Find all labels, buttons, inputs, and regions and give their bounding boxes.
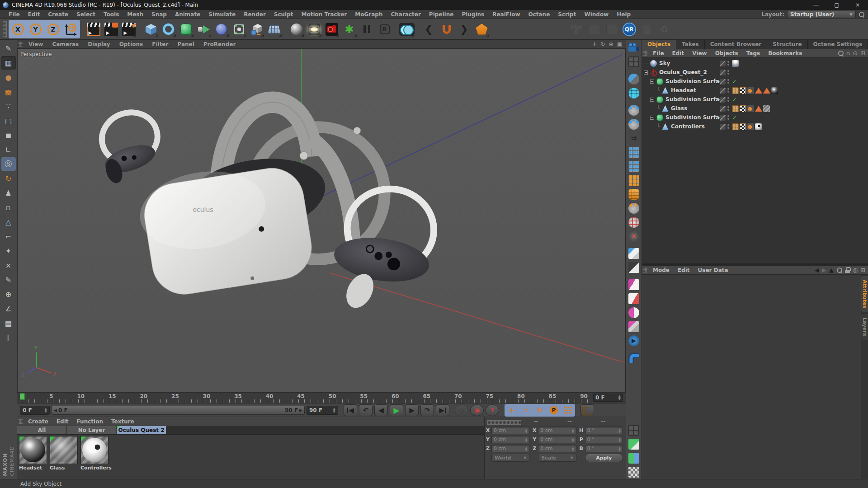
material-thumbnail[interactable] xyxy=(19,436,47,464)
sphere-half-button[interactable] xyxy=(627,72,641,85)
pen-tool-button[interactable]: ✎ xyxy=(1,273,16,286)
menu-sculpt[interactable]: Sculpt xyxy=(270,11,297,18)
uvw-tag-icon[interactable] xyxy=(732,87,739,94)
am-menu-user-data[interactable]: User Data xyxy=(694,267,732,273)
uvw-tag-icon[interactable] xyxy=(732,105,739,112)
menu-mesh[interactable]: Mesh xyxy=(123,11,147,18)
om-menu-tags[interactable]: Tags xyxy=(742,50,764,56)
menu-script[interactable]: Script xyxy=(554,11,580,18)
tree-row-subdivision-surface-1[interactable]: −Subdivision Surface ✓ xyxy=(642,77,868,86)
selection-tag-icon[interactable] xyxy=(763,88,770,94)
console-tool-button[interactable]: ⌊ xyxy=(1,331,16,344)
sphere-orange-points-button[interactable] xyxy=(627,202,641,215)
material-tag-icon[interactable] xyxy=(755,123,762,130)
texture-tag-icon[interactable] xyxy=(740,105,746,112)
om-menu-edit[interactable]: Edit xyxy=(668,50,689,56)
add-material-button[interactable] xyxy=(288,21,305,38)
history-back-icon[interactable]: ◀ xyxy=(815,267,819,273)
coordinate-space-dropdown[interactable]: World▼ xyxy=(491,454,529,462)
sky-tag-icon[interactable] xyxy=(732,60,739,67)
orbit-view-icon[interactable]: ↻ xyxy=(601,41,605,47)
phong-tag-icon[interactable] xyxy=(747,123,754,130)
workplane-grid-button[interactable] xyxy=(627,451,641,465)
material-menu-function[interactable]: Function xyxy=(72,418,107,425)
viewport-menu-options[interactable]: Options xyxy=(115,41,148,47)
menu-select[interactable]: Select xyxy=(72,11,99,18)
tab-attributes[interactable]: Attributes xyxy=(861,276,868,312)
make-editable-button[interactable]: ✎ xyxy=(1,42,16,55)
material-controllers[interactable]: Controllers xyxy=(80,436,109,479)
drag-handle[interactable] xyxy=(643,51,647,56)
menu-realflow[interactable]: RealFlow xyxy=(488,11,524,18)
menu-mograph[interactable]: MoGraph xyxy=(351,11,387,18)
frame-spinner[interactable]: 0 F ▲▼ xyxy=(20,406,50,415)
parent-up-icon[interactable]: ▲ xyxy=(829,267,834,273)
key-scale-button[interactable]: ▱ xyxy=(519,404,533,416)
tree-row-controllers[interactable]: └Controllers xyxy=(642,122,868,131)
snap-toggle-button[interactable]: Ⓢ xyxy=(1,157,16,171)
tree-row-subdivision-surface-2[interactable]: −Subdivision Surface ✓ xyxy=(642,95,868,104)
tab-takes[interactable]: Takes xyxy=(676,40,705,49)
viewport-menu-prorender[interactable]: ProRender xyxy=(199,41,241,47)
layer-tab-no-layer[interactable]: No Layer xyxy=(67,426,117,434)
sphere-pink-button[interactable] xyxy=(627,306,641,319)
add-sweep-button[interactable] xyxy=(195,21,212,38)
sphere-checker-button[interactable] xyxy=(627,86,641,99)
stepper-icon[interactable]: ▲▼ xyxy=(333,408,335,413)
tree-row-subdivision-surface-3[interactable]: −Subdivision Surface ✓ xyxy=(642,113,868,122)
end-frame-spinner[interactable]: 90 F ▲▼ xyxy=(307,406,338,415)
delete-tool-button[interactable]: × xyxy=(1,258,16,272)
expand-toggle[interactable]: − xyxy=(650,116,654,120)
interactive-render-button[interactable]: R xyxy=(376,21,393,38)
pipe-tool-button[interactable] xyxy=(627,351,641,364)
material-thumbnail[interactable] xyxy=(50,436,78,464)
viewport-menu-filter[interactable]: Filter xyxy=(147,41,173,47)
sphere-delete-button[interactable]: × xyxy=(627,230,641,243)
attribute-manager-body[interactable] xyxy=(642,275,868,479)
material-headset[interactable]: Headset xyxy=(19,436,48,479)
nav-forward-button[interactable]: ❯ xyxy=(456,21,472,38)
menu-plugins[interactable]: Plugins xyxy=(458,11,488,18)
drag-handle[interactable] xyxy=(19,42,23,47)
visibility-dots[interactable] xyxy=(727,124,729,129)
maximize-button[interactable]: ▢ xyxy=(826,0,847,10)
keyframe-selection-button[interactable] xyxy=(580,404,594,416)
rotation-b-field[interactable]: 0 °▲▼ xyxy=(585,445,623,452)
key-parameter-button[interactable]: P xyxy=(547,404,561,416)
layer-toggle[interactable] xyxy=(720,61,726,66)
range-end-grip[interactable]: 90 F▶ xyxy=(285,407,302,413)
rotate-workplane-button[interactable]: ↻ xyxy=(1,172,16,185)
layer-toggle[interactable] xyxy=(720,79,726,84)
layout-dropdown[interactable]: Startup (User) ▼ xyxy=(787,11,856,18)
preview-range-slider[interactable]: ◀0 F 90 F▶ xyxy=(52,406,305,415)
visibility-dots[interactable] xyxy=(727,88,729,93)
toggle-view-icon[interactable]: ▣ xyxy=(617,41,622,47)
tab-structure[interactable]: Structure xyxy=(767,40,807,49)
am-menu-edit[interactable]: Edit xyxy=(674,267,694,273)
add-panel-icon[interactable]: ⊞ xyxy=(860,50,865,56)
stepper-icon[interactable]: ▲▼ xyxy=(45,408,47,413)
material-tag-icon[interactable] xyxy=(763,105,770,112)
menu-pipeline[interactable]: Pipeline xyxy=(425,11,458,18)
rotation-p-field[interactable]: 0 °▲▼ xyxy=(585,436,623,443)
viewport-menu-cameras[interactable]: Cameras xyxy=(47,41,83,47)
zoom-view-icon[interactable]: ⊕ xyxy=(609,41,613,47)
timeline-ruler[interactable]: 051015202530354045505560657075808590 0 F… xyxy=(17,392,626,403)
size-y-field[interactable]: 0 cm▲▼ xyxy=(538,436,576,443)
close-button[interactable]: × xyxy=(847,0,868,10)
selection-tag-icon[interactable] xyxy=(755,88,762,94)
size-x-field[interactable]: 0 cm▲▼ xyxy=(538,427,576,434)
workplane-axis-button[interactable] xyxy=(627,423,641,436)
stepper-icon[interactable]: ▲▼ xyxy=(618,395,621,400)
enable-axis-button[interactable]: ∟ xyxy=(1,143,16,156)
add-environment-button[interactable]: ✱ xyxy=(341,21,358,38)
size-mode-dropdown[interactable]: Scale▼ xyxy=(538,454,576,462)
workplane-mode-button[interactable]: ▩ xyxy=(1,85,16,99)
layer-toggle[interactable] xyxy=(720,70,726,75)
add-instance-button[interactable] xyxy=(248,21,265,38)
qr-plugin-button[interactable]: QR xyxy=(621,21,637,38)
menu-window[interactable]: Window xyxy=(580,11,613,18)
layer-toggle[interactable] xyxy=(720,97,726,103)
lock-x-button[interactable]: X xyxy=(9,21,26,38)
lock-y-button[interactable]: Y xyxy=(27,21,44,38)
